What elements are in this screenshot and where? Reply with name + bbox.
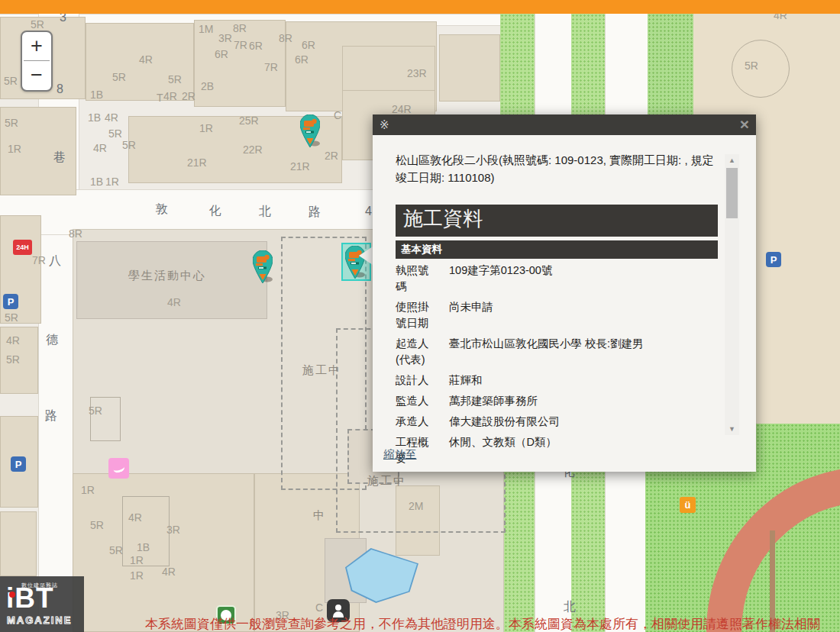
map-label: 5R	[168, 73, 182, 85]
zoom-in-button[interactable]: +	[22, 32, 51, 60]
map-label: 5R	[122, 139, 136, 151]
table-row: 承造人 偉大建設股份有限公司	[396, 411, 718, 432]
construction-marker[interactable]	[300, 114, 320, 147]
row-value: 尚未申請	[449, 299, 718, 331]
pool-icon	[108, 458, 129, 479]
map-label: 4R	[163, 90, 177, 102]
map-disclaimer-text: 本系統圖資僅供一般瀏覽查詢參考之用，不作為其他證明用途。本系統圖資為本處所有，相…	[145, 615, 820, 632]
row-label: 監造人	[396, 393, 435, 409]
map-label: 1R	[105, 176, 119, 188]
table-row: 起造人(代表) 臺北市松山區敦化國民小學 校長:劉建男	[396, 334, 718, 370]
popup-scrollbar[interactable]: ▲ ▼	[725, 154, 739, 435]
map-label: T	[157, 92, 163, 104]
table-row: 監造人 萬邦建築師事務所	[396, 391, 718, 411]
map-label: 1R	[199, 122, 213, 134]
map-label: 1B	[90, 176, 103, 188]
bike-share-icon: ü	[680, 497, 696, 513]
map-label: 3R	[218, 32, 232, 44]
row-value: 莊輝和	[449, 372, 718, 389]
row-value: 萬邦建築師事務所	[449, 393, 718, 409]
map-label: 2R	[182, 90, 195, 102]
map-label: 1R	[8, 143, 21, 155]
parking-icon: P	[766, 252, 781, 267]
convenience-store-icon: 24H	[13, 240, 32, 255]
map-building	[342, 46, 435, 116]
ibt-magazine-logo: 數位建築雜誌 iBT MAGAZINE	[0, 576, 84, 632]
scroll-down-arrow[interactable]: ▼	[725, 423, 739, 435]
map-label: 4R	[6, 334, 20, 347]
map-label: 6R	[249, 40, 263, 52]
popup-section-title: 施工資料	[396, 205, 718, 237]
map-label: 1B	[90, 89, 103, 101]
row-value: 偉大建設股份有限公司	[449, 414, 718, 430]
popup-corner-glyph: ※	[380, 118, 389, 132]
map-label: 2R	[325, 150, 338, 162]
close-icon[interactable]: ×	[740, 115, 749, 134]
map-label: 4R	[93, 142, 107, 154]
map-label: 5R	[4, 75, 18, 87]
map-label: 23R	[407, 67, 427, 79]
field-circle	[732, 40, 790, 98]
scrollbar-thumb[interactable]	[726, 168, 738, 218]
table-row: 執照號碼 109建字第0123-00號	[396, 260, 718, 297]
zoom-out-button[interactable]: −	[22, 61, 51, 89]
logo-red-dot	[9, 592, 15, 598]
map-building	[439, 34, 500, 102]
map-label: 8R	[279, 32, 292, 44]
row-value: 109建字第0123-00號	[449, 263, 718, 295]
map-label: 5R	[108, 127, 122, 140]
popup-titlebar: ※ ×	[373, 114, 756, 135]
map-label: 4R	[105, 111, 118, 124]
map-building	[286, 21, 437, 111]
logo-subtitle: MAGAZINE	[7, 614, 72, 626]
popup-subsection-title: 基本資料	[396, 240, 718, 259]
map-building	[194, 20, 286, 107]
map-label: 7R	[264, 61, 278, 73]
parking-icon: P	[11, 456, 26, 472]
zoom-control: + −	[21, 31, 53, 92]
map-label: 22R	[243, 143, 263, 156]
map-label: 5R	[112, 71, 126, 83]
map-label: 24R	[392, 103, 412, 115]
map-label: 6R	[302, 39, 315, 51]
row-value: 休閒、文教類（D類）	[449, 434, 718, 466]
row-label: 承造人	[396, 414, 435, 430]
map-label: 6R	[215, 48, 228, 60]
popup-intro-text: 松山區敦化段二小段(執照號碼: 109-0123, 實際開工日期: , 規定竣工…	[396, 152, 718, 186]
map-label: C	[334, 109, 341, 121]
map-label: 2B	[201, 80, 214, 92]
table-row: 工程概要 休閒、文教類（D類）	[396, 432, 718, 469]
map-label: 7R	[234, 39, 247, 51]
popup-body: 松山區敦化段二小段(執照號碼: 109-0123, 實際開工日期: , 規定竣工…	[373, 135, 756, 472]
table-row: 設計人 莊輝和	[396, 370, 718, 391]
logo-title: iBT	[6, 582, 54, 614]
row-label: 起造人(代表)	[396, 336, 435, 368]
map-building	[0, 511, 37, 576]
map-label: 6R	[295, 53, 309, 66]
map-label: 5R	[5, 117, 18, 129]
popup-callout-arrow	[359, 247, 373, 265]
map-label: 1B	[88, 111, 101, 124]
map-label: 21R	[290, 160, 310, 173]
map-label: 4R	[139, 53, 153, 66]
map-building	[86, 23, 194, 101]
popup-info-table: 執照號碼 109建字第0123-00號 使照掛號日期 尚未申請 起造人(代表) …	[396, 260, 718, 469]
row-value: 臺北市松山區敦化國民小學 校長:劉建男	[449, 336, 718, 368]
top-bar	[0, 0, 840, 14]
map-label: 21R	[187, 156, 207, 169]
map-label: 5R	[5, 311, 18, 324]
parking-icon: P	[3, 294, 18, 309]
row-label: 設計人	[396, 372, 435, 389]
construction-info-popup: ※ × 松山區敦化段二小段(執照號碼: 109-0123, 實際開工日期: , …	[373, 114, 756, 472]
construction-marker[interactable]	[253, 250, 273, 283]
table-row: 使照掛號日期 尚未申請	[396, 297, 718, 334]
map-building	[0, 327, 38, 394]
row-label: 使照掛號日期	[396, 299, 435, 331]
map-app: 敦化北路438巷八德路化北學生活動中心施工中施工中中5R4R5R5R1B1M3R…	[0, 0, 840, 632]
scroll-up-arrow[interactable]: ▲	[725, 154, 739, 166]
map-label: 25R	[239, 114, 259, 127]
row-label: 執照號碼	[396, 263, 435, 295]
map-label: 5R	[6, 353, 20, 366]
zoom-to-link[interactable]: 縮放至	[383, 447, 417, 462]
